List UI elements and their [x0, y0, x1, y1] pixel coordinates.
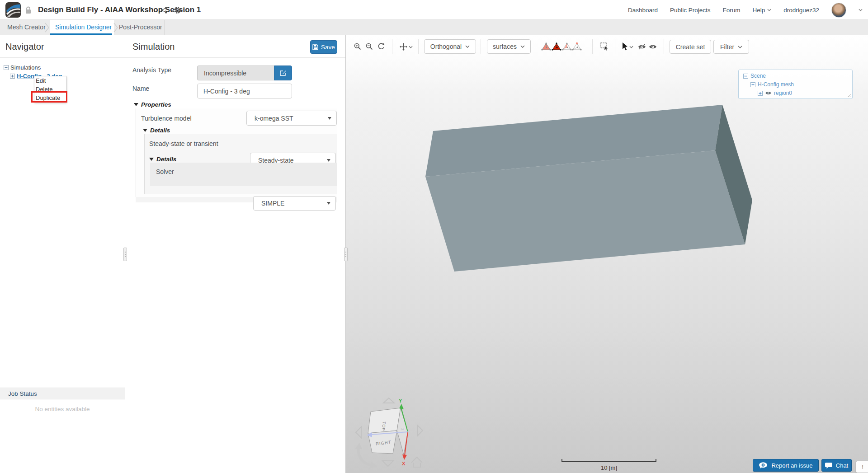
- refresh-icon[interactable]: [377, 43, 385, 50]
- active-tab-underline: [50, 33, 112, 35]
- name-input[interactable]: [197, 84, 292, 98]
- hide-eye-icon[interactable]: [638, 44, 646, 50]
- rotate-left-arrow[interactable]: [356, 427, 361, 438]
- solver-dropdown[interactable]: SIMPLE: [253, 196, 336, 211]
- panel-resize-grip[interactable]: [123, 248, 127, 261]
- chevron-down-icon: [767, 9, 771, 11]
- collapse-triangle-icon: [149, 158, 154, 161]
- red-highlight-annotation: [31, 91, 67, 103]
- tab-simulation-designer[interactable]: Simulation Designer: [55, 20, 112, 35]
- rotate-right-arrow[interactable]: [417, 425, 423, 436]
- toolbar-divider: [418, 39, 419, 54]
- region-node-label[interactable]: region0: [774, 90, 792, 96]
- pan-icon[interactable]: [400, 43, 407, 51]
- nav-dashboard[interactable]: Dashboard: [628, 7, 658, 14]
- visibility-eye-icon[interactable]: [765, 91, 772, 95]
- toolbar-divider: [481, 39, 481, 54]
- app-logo[interactable]: [5, 2, 21, 18]
- gear-icon[interactable]: [174, 6, 181, 14]
- nav-username[interactable]: drodriguez32: [783, 7, 819, 14]
- mesh-node-label[interactable]: H-Config mesh: [758, 81, 794, 88]
- turbulence-dropdown[interactable]: k-omega SST: [246, 111, 337, 126]
- projection-dropdown[interactable]: Orthogonal: [424, 39, 476, 54]
- view-cube-widget[interactable]: TOP RIGHT Z Y X: [355, 398, 423, 469]
- tree-node-label[interactable]: Simulations: [10, 64, 41, 71]
- analysis-type-label: Analysis Type: [132, 66, 171, 74]
- scene-node-label[interactable]: Scene: [750, 73, 766, 79]
- share-icon[interactable]: [160, 7, 167, 14]
- solver-label: Solver: [156, 168, 174, 175]
- scale-bar-label: 10 [m]: [561, 464, 656, 471]
- tab-mesh-creator[interactable]: Mesh Creator: [7, 20, 46, 35]
- properties-section-header[interactable]: Properties: [134, 101, 171, 108]
- alert-badge[interactable]: !: [856, 461, 868, 473]
- rotate-up-arrow[interactable]: [383, 398, 394, 403]
- collapse-minus-icon[interactable]: [4, 65, 9, 70]
- render-mode-dropdown[interactable]: surfaces: [487, 39, 531, 54]
- home-view-icon[interactable]: [411, 457, 422, 467]
- toolbar-divider: [392, 39, 392, 54]
- show-eye-icon[interactable]: [649, 44, 657, 50]
- mesh-quality-icon-1[interactable]: [541, 42, 551, 52]
- chevron-down-icon: [465, 45, 470, 48]
- zoom-out-icon[interactable]: [366, 43, 373, 50]
- render-mode-value: surfaces: [493, 43, 517, 50]
- select-cursor-icon[interactable]: [622, 42, 628, 51]
- toolbar-divider: [664, 39, 664, 54]
- context-menu-edit[interactable]: Edit: [34, 76, 66, 85]
- mesh-quality-icon-2[interactable]: [552, 42, 561, 52]
- viewport-3d[interactable]: TOP RIGHT Z Y X: [346, 35, 868, 473]
- chevron-down-icon[interactable]: [629, 46, 633, 48]
- zoom-in-icon[interactable]: [354, 43, 361, 50]
- tree-node-simulations[interactable]: Simulations: [4, 64, 41, 71]
- filter-label: Filter: [720, 43, 734, 51]
- filter-dropdown[interactable]: Filter: [713, 40, 749, 54]
- box-select-icon[interactable]: [600, 42, 609, 51]
- expand-plus-icon[interactable]: [10, 74, 15, 79]
- divider: [125, 57, 345, 58]
- expand-plus-icon[interactable]: [758, 91, 763, 96]
- nav-help-label: Help: [752, 7, 765, 14]
- chat-button[interactable]: Chat: [821, 459, 852, 472]
- edit-analysis-type-button[interactable]: [274, 66, 292, 80]
- overlay-resize-grip[interactable]: [847, 93, 851, 98]
- navigator-title: Navigator: [5, 42, 44, 52]
- divider: [0, 57, 125, 58]
- mesh-quality-icon-3[interactable]: [562, 42, 572, 52]
- mesh-quality-icon-4[interactable]: [572, 42, 582, 52]
- scene-tree-node-region0[interactable]: region0: [758, 90, 792, 96]
- app-header: Design Build Fly - AIAA Workshop Session…: [0, 0, 868, 20]
- chevron-down-icon[interactable]: [183, 9, 187, 12]
- create-set-button[interactable]: Create set: [670, 40, 711, 54]
- chat-label: Chat: [836, 462, 848, 469]
- turbulence-value: k-omega SST: [255, 115, 293, 122]
- avatar[interactable]: [831, 3, 846, 18]
- chevron-down-icon[interactable]: [859, 9, 863, 11]
- roll-rotate-arrow[interactable]: [358, 447, 372, 465]
- scene-tree-node-scene[interactable]: Scene: [743, 73, 766, 79]
- nav-public-projects[interactable]: Public Projects: [670, 7, 710, 14]
- dropdown-caret-icon: [327, 202, 330, 205]
- details2-section-header[interactable]: Details: [149, 156, 176, 163]
- chevron-down-icon[interactable]: [409, 46, 413, 48]
- tabbar-divider: [164, 20, 165, 35]
- scene-tree-node-mesh[interactable]: H-Config mesh: [750, 81, 794, 88]
- job-status-empty-text: No entities available: [0, 406, 125, 412]
- axis-x-label: X: [402, 461, 406, 466]
- rotate-down-arrow[interactable]: [382, 461, 393, 466]
- top-navigation: Dashboard Public Projects Forum Help dro…: [628, 0, 868, 20]
- nav-forum[interactable]: Forum: [722, 7, 740, 14]
- toolbar-divider: [536, 39, 536, 54]
- panel-resize-grip[interactable]: [344, 248, 348, 261]
- dropdown-caret-icon: [327, 159, 330, 162]
- scene-tree-overlay: Scene H-Config mesh region0: [738, 70, 853, 99]
- save-button[interactable]: Save: [310, 40, 337, 54]
- canvas-3d[interactable]: TOP RIGHT Z Y X: [346, 35, 868, 473]
- tab-post-processor[interactable]: Post-Processor: [119, 20, 162, 35]
- report-issue-button[interactable]: Report an issue: [753, 459, 819, 472]
- mesh-region0[interactable]: [425, 105, 752, 272]
- collapse-minus-icon[interactable]: [743, 74, 748, 79]
- collapse-minus-icon[interactable]: [750, 82, 755, 87]
- details-section-header[interactable]: Details: [143, 127, 170, 134]
- nav-help[interactable]: Help: [752, 7, 771, 14]
